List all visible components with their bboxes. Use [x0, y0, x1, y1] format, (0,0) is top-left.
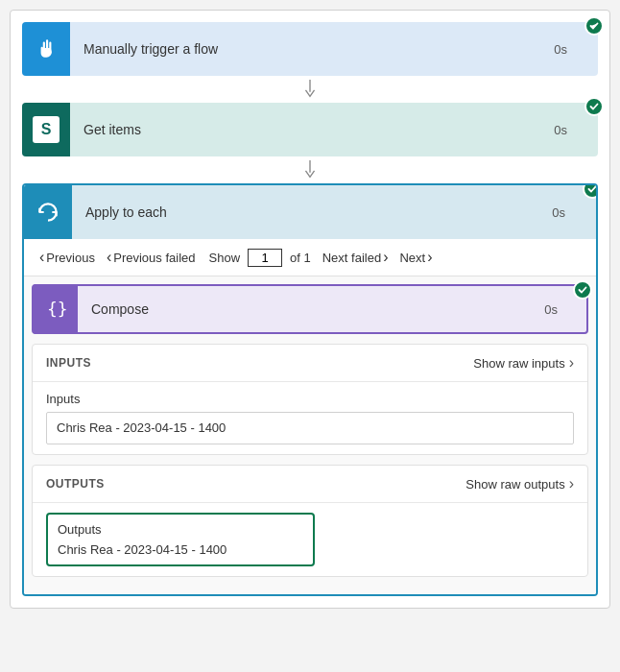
apply-check — [583, 183, 598, 199]
compose-check — [573, 280, 592, 300]
compose-step[interactable]: {} Compose 0s — [32, 284, 588, 334]
trigger-check — [584, 16, 604, 36]
inputs-field-value: Chris Rea - 2023-04-15 - 1400 — [46, 412, 574, 444]
previous-failed-label: Previous failed — [113, 251, 195, 265]
inputs-panel: INPUTS Show raw inputs › Inputs Chris Re… — [32, 344, 588, 455]
next-failed-label: Next failed — [322, 251, 381, 265]
inputs-panel-header: INPUTS Show raw inputs › — [33, 345, 587, 382]
compose-duration: 0s — [544, 302, 586, 317]
apply-inner: {} Compose 0s INPUTS Show raw inputs › — [24, 276, 596, 594]
outputs-inner-box: Outputs Chris Rea - 2023-04-15 - 1400 — [46, 513, 315, 566]
apply-duration: 0s — [552, 205, 596, 220]
sharepoint-icon: S — [33, 116, 60, 143]
arrow-2 — [22, 156, 598, 183]
svg-text:{}: {} — [47, 299, 67, 319]
show-raw-outputs-arrow: › — [569, 475, 574, 492]
apply-header: Apply to each 0s — [24, 185, 596, 239]
getitems-step[interactable]: S Get items 0s — [22, 103, 598, 156]
previous-label: Previous — [46, 251, 95, 265]
apply-each-icon — [36, 200, 60, 225]
chevron-left-icon — [39, 249, 44, 266]
chevron-right-icon — [427, 249, 432, 266]
next-label: Next — [399, 251, 425, 265]
show-raw-inputs-button[interactable]: Show raw inputs › — [473, 354, 574, 372]
next-button[interactable]: Next — [395, 247, 436, 268]
compose-icon-wrap: {} — [34, 284, 78, 334]
trigger-icon — [22, 22, 70, 76]
pagination-bar: Previous Previous failed Show of 1 Next … — [24, 239, 596, 276]
getitems-duration: 0s — [554, 123, 598, 137]
outputs-field-value: Chris Rea - 2023-04-15 - 1400 — [58, 542, 303, 557]
of-label: of 1 — [290, 251, 311, 265]
outputs-panel: OUTPUTS Show raw outputs › Outputs Chris… — [32, 465, 588, 577]
chevron-right-failed-icon — [383, 249, 388, 266]
show-raw-inputs-arrow: › — [569, 354, 574, 372]
getitems-label: Get items — [70, 122, 554, 137]
next-failed-button[interactable]: Next failed — [319, 247, 393, 268]
show-raw-outputs-button[interactable]: Show raw outputs › — [465, 475, 574, 492]
apply-container: Apply to each 0s Previous Previous faile… — [22, 183, 598, 596]
previous-button[interactable]: Previous — [36, 247, 99, 268]
arrow-1 — [22, 76, 598, 103]
show-raw-inputs-label: Show raw inputs — [473, 356, 564, 371]
inputs-title: INPUTS — [46, 356, 91, 370]
inputs-panel-body: Inputs Chris Rea - 2023-04-15 - 1400 — [33, 382, 587, 454]
outputs-panel-body: Outputs Chris Rea - 2023-04-15 - 1400 — [33, 503, 587, 576]
trigger-duration: 0s — [554, 42, 598, 57]
previous-failed-button[interactable]: Previous failed — [103, 247, 200, 268]
trigger-label: Manually trigger a flow — [70, 41, 554, 57]
trigger-step[interactable]: Manually trigger a flow 0s — [22, 22, 598, 76]
show-raw-outputs-label: Show raw outputs — [465, 477, 564, 492]
compose-braces-icon: {} — [44, 298, 67, 321]
chevron-left-failed-icon — [107, 249, 111, 266]
outputs-panel-header: OUTPUTS Show raw outputs › — [33, 466, 587, 503]
apply-label: Apply to each — [72, 204, 552, 220]
flow-container: Manually trigger a flow 0s S Get items 0… — [10, 10, 610, 609]
outputs-field-label: Outputs — [58, 522, 303, 537]
inputs-field-label: Inputs — [46, 392, 574, 406]
outputs-title: OUTPUTS — [46, 477, 105, 491]
hand-icon — [34, 36, 59, 61]
compose-label: Compose — [78, 301, 544, 317]
page-input[interactable] — [248, 249, 282, 267]
apply-step[interactable]: Apply to each 0s — [24, 185, 596, 239]
getitems-check — [584, 97, 604, 116]
apply-icon-wrap — [24, 185, 72, 239]
show-label: Show — [209, 251, 241, 265]
getitems-icon: S — [22, 103, 70, 156]
